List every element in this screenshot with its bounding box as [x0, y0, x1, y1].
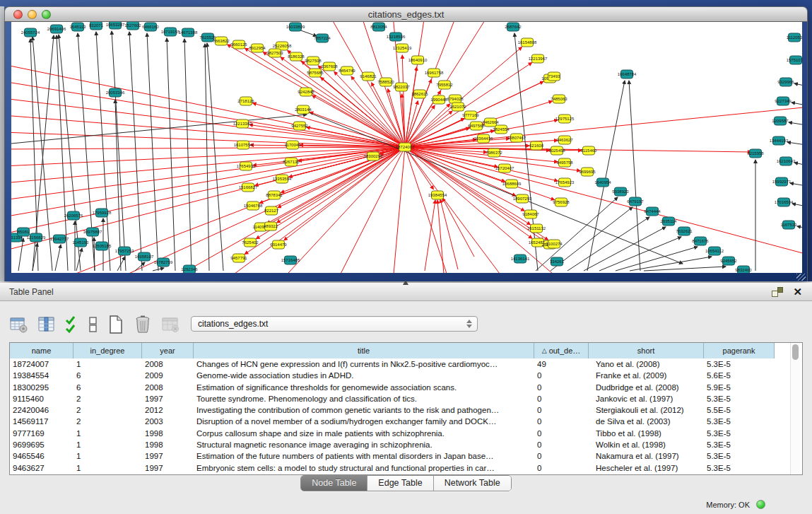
table-selector-dropdown[interactable]: citations_edges.txt	[191, 316, 478, 332]
import-table-icon[interactable]	[161, 315, 180, 334]
graph-node[interactable]: 8912954	[249, 44, 266, 52]
show-columns-icon[interactable]	[37, 315, 56, 334]
graph-node[interactable]: 6466160	[142, 23, 159, 31]
graph-node[interactable]: 16033809	[286, 23, 305, 31]
graph-node[interactable]: 9115460	[581, 146, 598, 155]
graph-node[interactable]: 9457791	[230, 254, 247, 262]
graph-node[interactable]: 7485063	[551, 95, 567, 103]
graph-node[interactable]: 9215958	[747, 149, 764, 158]
graph-node[interactable]: 9777169	[462, 111, 479, 119]
graph-node[interactable]: 7615526	[199, 33, 216, 42]
graph-node[interactable]: 9827503	[266, 49, 283, 57]
table-row[interactable]: 1872400712008Changes of HCN gene express…	[10, 359, 775, 370]
graph-node[interactable]: 20691406	[47, 25, 66, 33]
graph-node[interactable]: 9227349	[775, 97, 792, 105]
graph-node[interactable]: 13353594	[273, 175, 292, 183]
scrollbar-thumb[interactable]	[792, 344, 799, 360]
hide-rows-icon[interactable]	[88, 315, 98, 334]
graph-node[interactable]: 621608	[529, 141, 544, 150]
column-header-pagerank[interactable]: pagerank	[704, 343, 775, 358]
graph-node[interactable]: 9495758	[556, 158, 573, 167]
create-table-icon[interactable]	[107, 315, 124, 334]
graph-node[interactable]: 9756928	[553, 198, 570, 206]
graph-node[interactable]: 1170046	[285, 141, 302, 149]
graph-node[interactable]: 9245652	[720, 257, 737, 265]
graph-node[interactable]: 24055724	[21, 28, 40, 37]
resize-grip[interactable]	[796, 274, 806, 281]
table-row[interactable]: 2242004622012Investigating the contribut…	[10, 405, 775, 416]
graph-node[interactable]: 10654112	[705, 247, 724, 255]
column-header-title[interactable]: title	[194, 343, 534, 358]
graph-node[interactable]: 13444193	[770, 136, 789, 145]
graph-node[interactable]: 2935114	[661, 217, 678, 226]
node-table[interactable]: namein_degreeyeartitle△out_de…shortpager…	[9, 342, 803, 475]
graph-node[interactable]: 9822037	[393, 83, 410, 91]
graph-node[interactable]: 9025458	[548, 146, 565, 155]
table-row[interactable]: 1456911722003Disruption of a novel membe…	[10, 416, 775, 428]
graph-node[interactable]: 18640910	[408, 56, 428, 64]
graph-node[interactable]: 1527602	[124, 22, 141, 30]
graph-node[interactable]: 17654923	[555, 178, 575, 187]
graph-node[interactable]: 12213967	[529, 54, 548, 63]
graph-node[interactable]: 7857224	[314, 34, 331, 42]
delete-table-icon[interactable]	[134, 315, 152, 334]
graph-node[interactable]: 6479197	[627, 197, 644, 206]
graph-node[interactable]: 9242848	[298, 88, 314, 96]
graph-node[interactable]: 334261	[550, 257, 565, 266]
column-header-short[interactable]: short	[589, 343, 704, 358]
graph-node[interactable]: 9660125	[230, 40, 247, 49]
graph-node[interactable]: 7632621	[676, 227, 693, 235]
graph-node[interactable]: 10807467	[507, 134, 526, 142]
table-row[interactable]: 1830029562008Estimation of significance …	[10, 382, 775, 394]
close-window-icon[interactable]	[13, 10, 23, 19]
graph-node[interactable]: 1990448	[430, 95, 447, 104]
graph-node[interactable]: 9184067	[522, 210, 539, 218]
graph-node[interactable]: 5938923	[612, 187, 629, 196]
graph-node[interactable]: 6914479	[270, 240, 287, 249]
table-row[interactable]: 1938455462009Genome-wide association stu…	[10, 370, 775, 382]
graph-node[interactable]: 10719155	[161, 28, 180, 36]
column-header-out_de[interactable]: △out_de…	[534, 343, 589, 358]
minimize-window-icon[interactable]	[28, 10, 37, 19]
graph-node[interactable]: 9474444	[644, 207, 661, 216]
graph-node[interactable]: 822127	[264, 206, 279, 215]
graph-node[interactable]: 1621072	[449, 103, 466, 111]
graph-node[interactable]: 1645113	[70, 23, 87, 31]
graph-node[interactable]: 8471676	[692, 237, 709, 245]
graph-node[interactable]: 9827508	[305, 57, 322, 65]
tab-network-table[interactable]: Network Table	[434, 476, 511, 491]
graph-node[interactable]: 15751074	[787, 56, 802, 64]
graph-node[interactable]: 3824554	[493, 125, 510, 134]
tab-node-table[interactable]: Node Table	[301, 476, 367, 491]
graph-node[interactable]: 14671388	[179, 28, 198, 37]
graph-node[interactable]: 1292346	[181, 265, 198, 273]
close-panel-icon[interactable]: ✕	[793, 286, 802, 297]
column-header-in_degree[interactable]: in_degree	[73, 343, 142, 358]
graph-node[interactable]: 26206576	[64, 211, 83, 220]
graph-node[interactable]: 16958107	[135, 252, 154, 261]
graph-node[interactable]: 17959928	[93, 209, 112, 217]
graph-node[interactable]: 73493	[548, 72, 561, 81]
graph-node[interactable]: 7663822	[213, 37, 230, 45]
column-header-name[interactable]: name	[10, 343, 73, 358]
table-settings-icon[interactable]	[9, 315, 28, 334]
graph-node[interactable]: 12975125	[555, 115, 575, 123]
window-titlebar[interactable]: citations_edges.txt	[4, 6, 808, 22]
graph-node[interactable]: 7588520	[377, 78, 394, 86]
graph-node[interactable]: 14136141	[511, 255, 530, 263]
graph-node[interactable]: 85081	[18, 228, 30, 236]
graph-node[interactable]: 16648784	[618, 70, 637, 78]
table-row[interactable]: 911546021997Tourette syndrome. Phenomeno…	[10, 394, 775, 405]
graph-node[interactable]: 1209587	[772, 117, 789, 125]
graph-node[interactable]: 8813054	[370, 23, 387, 31]
zoom-window-icon[interactable]	[42, 10, 51, 19]
select-rows-icon[interactable]	[65, 315, 79, 334]
vertical-scrollbar[interactable]	[790, 343, 800, 474]
graph-node[interactable]: 16154808	[518, 38, 537, 47]
citation-network-graph[interactable]: 2405572420691406164511383207110653287152…	[11, 22, 802, 273]
graph-node[interactable]: 19384554	[428, 191, 447, 199]
graph-node[interactable]: 10688609	[502, 180, 522, 188]
graph-node[interactable]: 9100274	[546, 240, 563, 248]
graph-node[interactable]: 8186328	[288, 52, 305, 61]
graph-node[interactable]: 9146821	[360, 72, 377, 81]
